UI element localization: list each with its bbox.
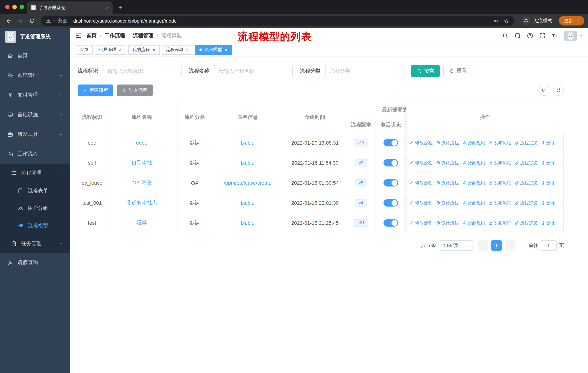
action-link-0[interactable]: 修改流程	[410, 140, 432, 146]
category-select[interactable]: 流程分类	[325, 65, 404, 77]
address-bar[interactable]: 不安全 dashboard.yudao.iocoder.cn/bpm/manag…	[41, 16, 514, 26]
page-size-select[interactable]: 10条/页	[440, 240, 474, 251]
tag-close-icon[interactable]	[186, 48, 189, 51]
refresh-table-button[interactable]	[553, 85, 564, 96]
action-link-5[interactable]: 删除	[541, 140, 555, 146]
cell-form-link[interactable]: biubiu	[212, 213, 283, 233]
action-link-3[interactable]: 发布流程	[488, 200, 511, 206]
window-close-button[interactable]	[5, 5, 10, 9]
action-link-2[interactable]: 分配规则	[462, 180, 485, 186]
action-link-1[interactable]: 设计流程	[436, 140, 459, 146]
tag-close-icon[interactable]	[224, 48, 228, 51]
breadcrumb-item-0[interactable]: 首页	[86, 32, 97, 39]
new-tab-button[interactable]	[116, 3, 125, 12]
view-tag-1[interactable]: 租户管理	[95, 45, 126, 54]
sidebar-item-10[interactable]: 任务管理	[0, 235, 70, 253]
prev-page-button[interactable]	[478, 240, 488, 251]
reload-button[interactable]	[27, 16, 37, 26]
cell-process-name-link[interactable]: 测试多审批人	[106, 193, 177, 213]
font-size-icon[interactable]: TT	[552, 32, 558, 39]
forward-button[interactable]	[15, 16, 26, 26]
sidebar-item-1[interactable]: 系统管理	[0, 66, 70, 85]
breadcrumb-item-1[interactable]: 工作流程	[105, 32, 125, 39]
process-id-input[interactable]	[103, 65, 181, 77]
cell-form-link[interactable]: biubiu	[212, 133, 283, 153]
bookmark-star-icon[interactable]	[504, 18, 509, 24]
action-link-0[interactable]: 修改流程	[410, 220, 432, 226]
next-page-button[interactable]	[505, 240, 515, 251]
chrome-update-button[interactable]: 更新	[559, 16, 584, 26]
active-toggle[interactable]	[383, 179, 398, 186]
action-link-5[interactable]: 删除	[541, 180, 555, 186]
sidebar-item-5[interactable]: 工作流程	[0, 144, 70, 164]
page-number-button[interactable]: 1	[491, 240, 502, 251]
sidebar-item-8[interactable]: 用户分组	[0, 200, 70, 217]
sidebar-fold-button[interactable]	[70, 28, 86, 44]
action-link-3[interactable]: 发布流程	[488, 140, 511, 146]
back-button[interactable]	[4, 16, 14, 26]
security-indicator[interactable]: 不安全	[46, 18, 67, 24]
sidebar-item-2[interactable]: ¥支付管理	[0, 85, 70, 105]
active-toggle[interactable]	[383, 159, 398, 166]
action-link-3[interactable]: 发布流程	[488, 180, 511, 186]
cell-process-name-link[interactable]: 自己审批	[106, 153, 177, 173]
action-link-1[interactable]: 设计流程	[436, 160, 459, 166]
sidebar-item-7[interactable]: 流程表单	[0, 182, 70, 200]
help-icon[interactable]	[527, 32, 533, 39]
cell-form-link[interactable]: biubiu	[212, 153, 283, 173]
sidebar-item-3[interactable]: 基础设施	[0, 105, 70, 125]
fullscreen-icon[interactable]	[539, 32, 546, 39]
app-logo[interactable]: 芋道管理系统	[0, 28, 70, 46]
action-link-5[interactable]: 删除	[541, 220, 555, 226]
action-link-1[interactable]: 设计流程	[436, 220, 459, 226]
breadcrumb-item-2[interactable]: 流程管理	[133, 32, 153, 39]
action-link-1[interactable]: 设计流程	[436, 200, 459, 206]
import-process-button[interactable]: 导入流程	[117, 84, 153, 96]
action-link-1[interactable]: 设计流程	[436, 180, 459, 186]
toggle-search-button[interactable]	[538, 85, 549, 96]
action-link-0[interactable]: 修改流程	[410, 200, 432, 206]
sidebar-item-11[interactable]: 请假查询	[0, 253, 70, 272]
password-key-icon[interactable]	[493, 18, 499, 24]
reset-button[interactable]: 重置	[443, 65, 472, 77]
action-link-4[interactable]: 流程定义	[514, 200, 537, 206]
active-toggle[interactable]	[383, 219, 398, 227]
cell-process-name-link[interactable]: 滔博	[106, 213, 177, 233]
view-tag-0[interactable]: 首页	[76, 45, 93, 54]
action-link-4[interactable]: 流程定义	[514, 160, 537, 166]
create-process-button[interactable]: 新建流程	[78, 84, 113, 96]
sidebar-item-6[interactable]: 流程管理	[0, 164, 70, 182]
cell-process-name-link[interactable]: eeee	[106, 133, 177, 153]
action-link-4[interactable]: 流程定义	[514, 180, 537, 186]
active-toggle[interactable]	[383, 199, 398, 207]
action-link-2[interactable]: 分配规则	[462, 140, 485, 146]
tag-close-icon[interactable]	[118, 48, 122, 51]
browser-tab[interactable]: 芋道管理系统	[27, 1, 113, 14]
sidebar-item-4[interactable]: 研发工具	[0, 125, 70, 144]
cell-process-name-link[interactable]: OA 请假	[106, 173, 177, 193]
action-link-5[interactable]: 删除	[541, 200, 555, 206]
search-button[interactable]: 搜索	[411, 65, 440, 77]
action-link-5[interactable]: 删除	[541, 160, 555, 166]
goto-page-input[interactable]	[541, 240, 557, 251]
view-tag-4[interactable]: 流程模型	[195, 45, 232, 54]
action-link-2[interactable]: 分配规则	[462, 160, 485, 166]
action-link-0[interactable]: 修改流程	[410, 160, 432, 166]
search-icon[interactable]	[502, 32, 509, 39]
user-avatar-menu[interactable]	[564, 31, 583, 40]
cell-form-link[interactable]: /bpm/oa/leave/create	[212, 173, 283, 193]
action-link-4[interactable]: 流程定义	[514, 220, 537, 226]
sidebar-item-9[interactable]: 流程模型	[0, 217, 70, 235]
view-tag-3[interactable]: 流程表单	[162, 45, 193, 54]
action-link-2[interactable]: 分配规则	[462, 200, 485, 206]
action-link-2[interactable]: 分配规则	[462, 220, 485, 226]
window-minimize-button[interactable]	[12, 5, 17, 9]
browser-menu-icon[interactable]	[576, 18, 581, 23]
action-link-3[interactable]: 发布流程	[488, 220, 511, 226]
sidebar-item-0[interactable]: 首页	[0, 46, 70, 66]
github-icon[interactable]	[514, 32, 521, 39]
action-link-3[interactable]: 发布流程	[488, 160, 511, 166]
process-name-input[interactable]	[214, 65, 293, 77]
tag-close-icon[interactable]	[152, 48, 156, 51]
active-toggle[interactable]	[383, 139, 398, 146]
